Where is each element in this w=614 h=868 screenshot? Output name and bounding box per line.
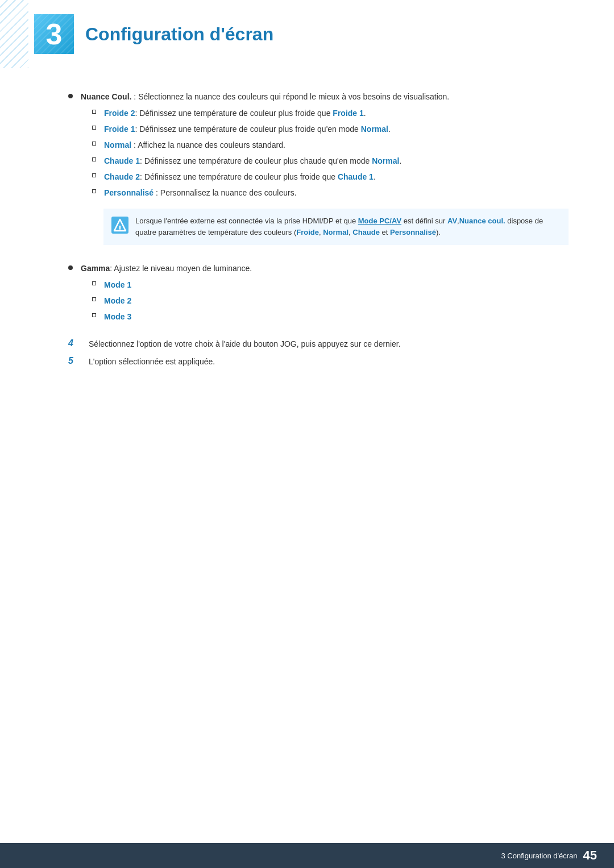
chapter-number-box: 3 xyxy=(34,14,74,54)
step-5: 5 L'option sélectionnée est appliquée. xyxy=(68,356,569,368)
step-text-4: Sélectionnez l'option de votre choix à l… xyxy=(89,338,569,350)
sub-item-froide1: Froide 1: Définissez une température de … xyxy=(92,123,569,135)
step-number-5: 5 xyxy=(68,356,80,366)
sub-item-mode1: Mode 1 xyxy=(92,279,569,291)
gamma-label: Gamma: Ajustez le niveau moyen de lumina… xyxy=(81,264,252,273)
sub-item-personnalise: Personnalisé : Personnalisez la nuance d… xyxy=(92,187,569,199)
nuance-label: Nuance Coul. : Sélectionnez la nuance de… xyxy=(81,92,449,101)
sub-item-mode2: Mode 2 xyxy=(92,295,569,307)
sub-bullet-normal xyxy=(92,142,96,146)
sub-item-mode3: Mode 3 xyxy=(92,311,569,323)
page-footer: 3 Configuration d'écran 45 xyxy=(0,843,614,868)
stripe-decoration xyxy=(0,0,28,68)
step-4: 4 Sélectionnez l'option de votre choix à… xyxy=(68,338,569,350)
bullet-dot-gamma xyxy=(68,265,73,270)
list-item-gamma: Gamma: Ajustez le niveau moyen de lumina… xyxy=(68,263,569,327)
nuance-content: Nuance Coul. : Sélectionnez la nuance de… xyxy=(81,91,569,255)
sub-item-froide2: Froide 2: Définissez une température de … xyxy=(92,107,569,119)
sub-bullet-mode2 xyxy=(92,297,96,301)
sub-text-mode1: Mode 1 xyxy=(104,279,569,291)
chapter-number: 3 xyxy=(46,19,63,49)
note-box: Lorsque l'entrée externe est connectée v… xyxy=(103,209,569,245)
sub-item-normal: Normal : Affichez la nuance des couleurs… xyxy=(92,139,569,151)
note-text: Lorsque l'entrée externe est connectée v… xyxy=(135,215,561,238)
bullet-list: Nuance Coul. : Sélectionnez la nuance de… xyxy=(68,91,569,327)
gamma-sub-list: Mode 1 Mode 2 Mode 3 xyxy=(92,279,569,323)
sub-bullet-froide2 xyxy=(92,110,96,114)
sub-bullet-personnalise xyxy=(92,189,96,193)
step-text-5: L'option sélectionnée est appliquée. xyxy=(89,356,569,368)
page-header: 3 Configuration d'écran xyxy=(0,0,614,68)
svg-point-3 xyxy=(119,229,121,230)
sub-bullet-chaude2 xyxy=(92,173,96,177)
sub-text-chaude2: Chaude 2: Définissez une température de … xyxy=(104,171,569,183)
sub-text-chaude1: Chaude 1: Définissez une température de … xyxy=(104,155,569,167)
nuance-sub-list: Froide 2: Définissez une température de … xyxy=(92,107,569,251)
bullet-dot-nuance xyxy=(68,94,73,98)
sub-text-froide2: Froide 2: Définissez une température de … xyxy=(104,107,569,119)
sub-text-froide1: Froide 1: Définissez une température de … xyxy=(104,123,569,135)
note-icon xyxy=(111,217,128,234)
sub-text-mode3: Mode 3 xyxy=(104,311,569,323)
numbered-steps: 4 Sélectionnez l'option de votre choix à… xyxy=(68,338,569,368)
footer-label: 3 Configuration d'écran xyxy=(501,852,578,860)
sub-item-chaude1: Chaude 1: Définissez une température de … xyxy=(92,155,569,167)
sub-text-normal: Normal : Affichez la nuance des couleurs… xyxy=(104,139,569,151)
sub-text-personnalise: Personnalisé : Personnalisez la nuance d… xyxy=(104,187,569,199)
main-content: Nuance Coul. : Sélectionnez la nuance de… xyxy=(0,68,614,396)
sub-bullet-chaude1 xyxy=(92,157,96,161)
sub-bullet-mode3 xyxy=(92,313,96,317)
gamma-content: Gamma: Ajustez le niveau moyen de lumina… xyxy=(81,263,569,327)
step-number-4: 4 xyxy=(68,338,80,348)
footer-page: 45 xyxy=(583,848,597,863)
sub-text-mode2: Mode 2 xyxy=(104,295,569,307)
sub-item-note: Lorsque l'entrée externe est connectée v… xyxy=(92,203,569,251)
sub-bullet-mode1 xyxy=(92,281,96,285)
sub-item-chaude2: Chaude 2: Définissez une température de … xyxy=(92,171,569,183)
sub-bullet-froide1 xyxy=(92,126,96,130)
page-title: Configuration d'écran xyxy=(85,24,273,45)
list-item-nuance: Nuance Coul. : Sélectionnez la nuance de… xyxy=(68,91,569,255)
